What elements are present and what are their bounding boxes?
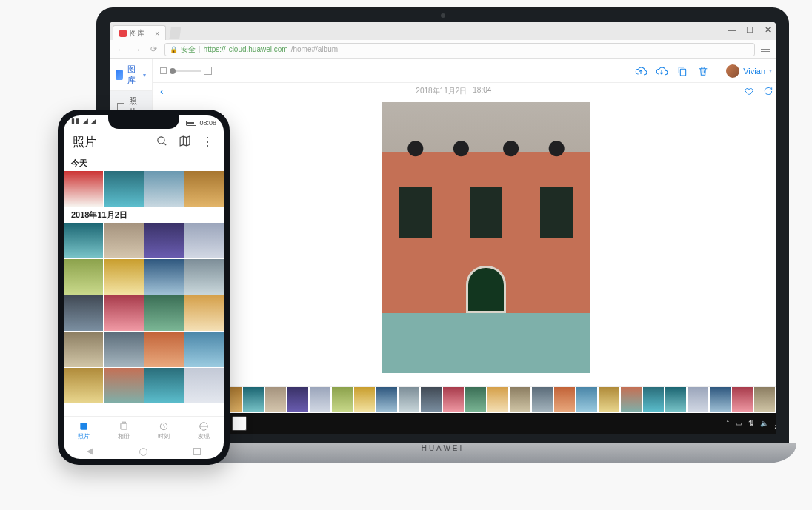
sidebar-gallery-header[interactable]: 图库 ▾ xyxy=(110,59,152,91)
user-menu[interactable]: Vivian ▾ xyxy=(726,64,772,78)
nav-photos[interactable]: 照片 xyxy=(78,421,90,440)
secure-label: 安全 xyxy=(181,44,196,55)
user-name: Vivian xyxy=(743,67,765,76)
browser-menu-icon[interactable] xyxy=(761,47,770,52)
gallery-logo-icon xyxy=(116,70,123,80)
delete-icon[interactable] xyxy=(695,63,711,79)
sys-home-icon[interactable] xyxy=(139,448,147,456)
phone-frame: ▮▮ ◢ ◢ 08:08 照片 ⋮ 今天 2018年11月2日 xyxy=(58,110,230,465)
laptop-brand: HUAWEI xyxy=(422,444,465,452)
window-minimize-icon[interactable]: — xyxy=(728,25,736,35)
phone-bottom-nav: 照片 相册 时刻 发现 xyxy=(64,416,224,444)
tray-battery-icon[interactable]: ▭ xyxy=(736,420,742,427)
tray-date: 2018/11/6 xyxy=(774,424,776,430)
browser-urlbar: ← → ⟳ 🔒 安全 | https://cloud.huawei.com/ho… xyxy=(110,40,776,59)
tray-volume-icon[interactable]: 🔈 xyxy=(760,420,768,427)
battery-icon xyxy=(186,121,196,126)
phone-title: 照片 xyxy=(73,135,96,150)
browser-tabbar: 图库 × — ☐ ✕ xyxy=(110,22,776,40)
tray-clock[interactable]: 17:24 2018/11/6 xyxy=(774,417,776,430)
tray-up-icon[interactable]: ˄ xyxy=(726,420,730,427)
sys-back-icon[interactable] xyxy=(87,448,93,455)
section-today: 今天 xyxy=(64,155,224,171)
avatar xyxy=(726,64,739,78)
search-icon[interactable] xyxy=(156,135,168,150)
address-field[interactable]: 🔒 安全 | https://cloud.huawei.com/home#/al… xyxy=(164,43,755,56)
section-date: 2018年11月2日 xyxy=(64,207,224,223)
nav-forward-icon[interactable]: → xyxy=(132,44,142,55)
new-tab-button[interactable] xyxy=(169,27,181,39)
viewer-header: ‹ 2018年11月2日 18:04 xyxy=(153,83,776,99)
photo-time: 18:04 xyxy=(473,86,491,96)
sidebar-gallery-label: 图库 xyxy=(127,64,139,86)
lock-icon: 🔒 xyxy=(170,46,178,53)
phone-photo-list[interactable]: 今天 2018年11月2日 xyxy=(64,155,224,416)
camera-icon xyxy=(441,13,445,18)
svg-point-2 xyxy=(158,137,164,144)
chevron-down-icon: ▾ xyxy=(769,67,772,74)
signal-icon: ▮▮ ◢ ◢ xyxy=(71,117,97,129)
url-protocol: https:// xyxy=(204,45,226,53)
window-close-icon[interactable]: ✕ xyxy=(764,25,771,35)
phone-screen: ▮▮ ◢ ◢ 08:08 照片 ⋮ 今天 2018年11月2日 xyxy=(64,115,224,459)
main-photo[interactable] xyxy=(382,102,590,373)
tray-wifi-icon[interactable]: ⇅ xyxy=(748,420,754,427)
nav-discover[interactable]: 发现 xyxy=(198,421,210,440)
viewer-back-icon[interactable]: ‹ xyxy=(160,85,164,97)
nav-albums[interactable]: 相册 xyxy=(118,421,130,440)
tab-title: 图库 xyxy=(130,28,144,38)
filmstrip[interactable] xyxy=(153,386,776,413)
system-tray: ˄ ▭ ⇅ 🔈 17:24 2018/11/6 ▢ xyxy=(726,417,776,430)
upload-icon[interactable] xyxy=(633,63,649,79)
more-icon[interactable]: ⋮ xyxy=(202,135,215,150)
taskbar-store-icon[interactable] xyxy=(232,416,247,431)
nav-back-icon[interactable]: ← xyxy=(116,44,126,55)
photo-date: 2018年11月2日 xyxy=(416,86,467,96)
url-path: /home#/album xyxy=(291,45,338,53)
favorite-icon[interactable] xyxy=(744,86,754,96)
zoom-large-icon xyxy=(204,67,212,75)
tab-close-icon[interactable]: × xyxy=(155,29,159,38)
svg-rect-3 xyxy=(80,423,87,429)
phone-header: 照片 ⋮ xyxy=(64,129,224,155)
sys-recent-icon[interactable] xyxy=(193,448,201,455)
chevron-down-icon: ▾ xyxy=(143,72,146,78)
nav-moments[interactable]: 时刻 xyxy=(158,421,170,440)
window-maximize-icon[interactable]: ☐ xyxy=(746,25,753,35)
svg-rect-0 xyxy=(681,69,686,76)
svg-rect-4 xyxy=(121,423,127,429)
rotate-icon[interactable] xyxy=(763,86,773,96)
browser-tab[interactable]: 图库 × xyxy=(113,25,166,40)
nav-reload-icon[interactable]: ⟳ xyxy=(148,44,159,55)
zoom-slider[interactable] xyxy=(160,67,212,75)
phone-system-nav xyxy=(64,444,224,459)
download-icon[interactable] xyxy=(653,63,670,79)
favicon-icon xyxy=(119,30,127,37)
copy-icon[interactable] xyxy=(674,63,690,79)
window-controls: — ☐ ✕ xyxy=(728,25,771,35)
status-time: 08:08 xyxy=(199,119,216,127)
toolbar: Vivian ▾ ? 帮助 xyxy=(153,59,776,83)
map-icon[interactable] xyxy=(179,135,191,150)
windows-taskbar: ˄ ▭ ⇅ 🔈 17:24 2018/11/6 ▢ xyxy=(153,413,776,434)
url-host: cloud.huawei.com xyxy=(229,45,288,53)
svg-rect-5 xyxy=(122,422,126,423)
viewer-body xyxy=(153,99,776,386)
main-area: Vivian ▾ ? 帮助 ‹ 2018年11月2日 18:04 xyxy=(153,59,776,434)
zoom-small-icon xyxy=(160,67,167,74)
phone-notch xyxy=(108,115,179,129)
